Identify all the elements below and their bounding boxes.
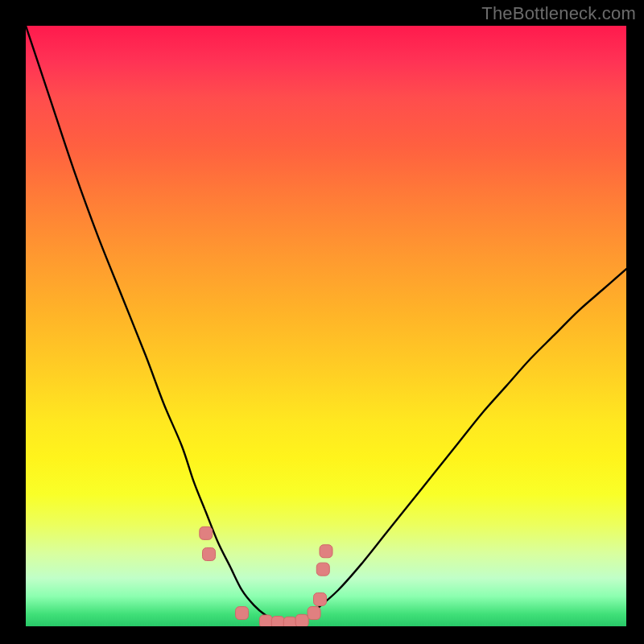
curve-marker	[295, 614, 308, 626]
curve-marker	[200, 526, 213, 539]
curve-marker	[316, 563, 329, 576]
curve-marker	[308, 607, 320, 620]
curve-marker	[203, 547, 216, 560]
watermark-text: TheBottleneck.com	[481, 3, 636, 24]
curve-marker	[283, 617, 296, 626]
chart-frame: { "watermark": "TheBottleneck.com", "col…	[0, 0, 644, 644]
curve-marker	[320, 545, 332, 558]
curve-marker	[314, 592, 327, 605]
curve-marker	[259, 615, 272, 626]
plot-area	[26, 26, 626, 626]
bottleneck-curve-svg	[26, 26, 626, 626]
bottleneck-curve	[26, 26, 626, 623]
curve-marker	[271, 617, 284, 626]
curve-marker	[236, 607, 249, 620]
curve-markers	[200, 526, 332, 626]
